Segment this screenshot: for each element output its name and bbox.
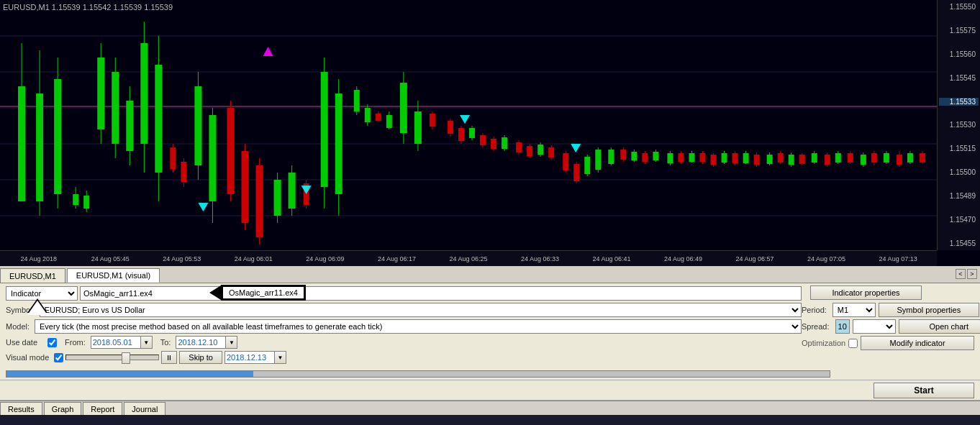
candlestick-chart bbox=[0, 0, 937, 250]
annotation-container: OsMagic_arr11.ex4 bbox=[209, 285, 306, 301]
tab-prev-btn[interactable]: < bbox=[956, 269, 966, 279]
svg-rect-99 bbox=[631, 152, 637, 160]
svg-rect-87 bbox=[563, 153, 568, 170]
tab-navigation: < > bbox=[956, 269, 977, 279]
svg-rect-143 bbox=[884, 153, 889, 163]
svg-rect-15 bbox=[73, 194, 78, 205]
skip-to-date-group: ▼ bbox=[224, 351, 286, 364]
time-4: 24 Aug 06:09 bbox=[289, 255, 361, 262]
svg-rect-103 bbox=[653, 152, 658, 160]
price-9: 1.15470 bbox=[939, 216, 979, 224]
svg-rect-67 bbox=[448, 121, 453, 134]
svg-rect-113 bbox=[711, 155, 717, 165]
svg-rect-75 bbox=[491, 139, 496, 149]
svg-rect-33 bbox=[194, 86, 201, 165]
tab-next-btn[interactable]: > bbox=[967, 269, 977, 279]
svg-rect-89 bbox=[573, 164, 579, 181]
spread-dropdown[interactable] bbox=[853, 319, 896, 334]
price-7: 1.15500 bbox=[939, 168, 979, 176]
to-label: To: bbox=[160, 338, 174, 347]
svg-rect-25 bbox=[140, 43, 148, 144]
annotation-box: OsMagic_arr11.ex4 bbox=[221, 285, 306, 301]
svg-rect-11 bbox=[36, 93, 43, 201]
symbol-select[interactable]: EURUSD; Euro vs US Dollar bbox=[40, 303, 802, 317]
time-axis: 24 Aug 2018 24 Aug 05:45 24 Aug 05:53 24… bbox=[0, 250, 937, 266]
tab-eurusd-m1-visual[interactable]: EURUSD,M1 (visual) bbox=[67, 268, 160, 283]
tab-eurusd-m1[interactable]: EURUSD,M1 bbox=[0, 268, 65, 283]
bottom-tab-journal[interactable]: Journal bbox=[124, 402, 165, 415]
skip-to-btn[interactable]: Skip to bbox=[179, 351, 222, 364]
svg-rect-21 bbox=[112, 72, 119, 144]
price-scale: 1.15550 1.15575 1.15560 1.15545 1.15533 … bbox=[937, 0, 980, 250]
to-date-picker[interactable]: ▼ bbox=[226, 336, 237, 349]
chart-header: EURUSD,M1 1.15539 1.15542 1.15539 1.1553… bbox=[3, 3, 173, 12]
svg-rect-63 bbox=[414, 111, 422, 144]
modify-indicator-btn[interactable]: Modify indicator bbox=[861, 336, 974, 350]
indicator-properties-btn[interactable]: Indicator properties bbox=[810, 285, 922, 300]
annotation-arrow bbox=[209, 285, 221, 300]
start-row: Start bbox=[0, 380, 980, 401]
spread-value: 10 bbox=[838, 322, 847, 331]
bottom-tab-report[interactable]: Report bbox=[83, 402, 122, 415]
svg-rect-77 bbox=[502, 137, 507, 149]
bottom-tab-graph[interactable]: Graph bbox=[44, 402, 82, 415]
svg-rect-105 bbox=[667, 153, 673, 163]
bottom-tab-results[interactable]: Results bbox=[0, 402, 42, 415]
symbol-label: Symbol: bbox=[6, 306, 37, 314]
svg-rect-109 bbox=[689, 153, 694, 162]
use-date-checkbox[interactable] bbox=[47, 338, 57, 347]
time-0: 24 Aug 2018 bbox=[3, 255, 75, 262]
right-panel-row1: Indicator properties bbox=[807, 283, 980, 302]
svg-rect-27 bbox=[155, 65, 162, 173]
open-chart-btn[interactable]: Open chart bbox=[899, 319, 980, 334]
svg-rect-57 bbox=[376, 114, 381, 121]
control-panel: Indicator OsMagic_arr11.ex4 OsMagic_arr1… bbox=[0, 283, 980, 367]
start-btn[interactable]: Start bbox=[874, 383, 974, 398]
svg-rect-29 bbox=[170, 147, 176, 169]
time-6: 24 Aug 06:25 bbox=[432, 255, 504, 262]
svg-rect-83 bbox=[537, 145, 543, 155]
progress-area bbox=[0, 367, 980, 380]
svg-rect-141 bbox=[871, 153, 877, 163]
symbol-properties-btn[interactable]: Symbol properties bbox=[879, 303, 979, 317]
period-label: Period: bbox=[802, 306, 830, 314]
skip-to-date-input[interactable] bbox=[224, 351, 275, 364]
svg-rect-121 bbox=[754, 155, 760, 165]
svg-rect-53 bbox=[354, 90, 360, 111]
time-8: 24 Aug 06:41 bbox=[576, 255, 648, 262]
svg-rect-145 bbox=[897, 155, 902, 165]
model-select[interactable]: Every tick (the most precise method base… bbox=[35, 319, 802, 334]
pause-btn[interactable]: ⏸ bbox=[161, 351, 177, 364]
svg-rect-73 bbox=[480, 135, 486, 145]
visual-mode-label: Visual mode bbox=[6, 353, 52, 362]
time-10: 24 Aug 06:57 bbox=[719, 255, 791, 262]
visual-mode-checkbox[interactable] bbox=[54, 353, 63, 362]
svg-rect-147 bbox=[907, 153, 913, 163]
skip-to-date-picker[interactable]: ▼ bbox=[275, 351, 286, 364]
svg-rect-9 bbox=[18, 86, 25, 201]
svg-rect-69 bbox=[458, 128, 464, 141]
time-9: 24 Aug 06:49 bbox=[648, 255, 720, 262]
from-label: From: bbox=[65, 338, 89, 347]
svg-rect-35 bbox=[209, 115, 216, 201]
from-date-group: ▼ bbox=[91, 336, 153, 349]
progress-bar-fill bbox=[6, 371, 253, 377]
period-select[interactable]: M1 bbox=[832, 303, 876, 317]
svg-rect-95 bbox=[608, 150, 614, 164]
type-select[interactable]: Indicator bbox=[6, 286, 78, 301]
chart-area: EURUSD,M1 1.15539 1.15542 1.15539 1.1553… bbox=[0, 0, 980, 266]
svg-rect-79 bbox=[516, 142, 522, 152]
price-2: 1.15575 bbox=[939, 27, 979, 35]
spread-label: Spread: bbox=[802, 322, 832, 331]
to-date-input[interactable] bbox=[176, 336, 226, 349]
svg-rect-127 bbox=[789, 155, 794, 165]
svg-rect-51 bbox=[335, 93, 342, 194]
from-date-picker[interactable]: ▼ bbox=[141, 336, 153, 349]
optimization-checkbox[interactable] bbox=[848, 339, 858, 348]
speed-slider-track[interactable] bbox=[65, 355, 159, 360]
from-date-input[interactable] bbox=[91, 336, 141, 349]
svg-rect-133 bbox=[825, 155, 830, 165]
svg-rect-45 bbox=[289, 173, 296, 209]
speed-slider-thumb[interactable] bbox=[122, 352, 130, 364]
price-5: 1.15530 bbox=[939, 121, 979, 129]
